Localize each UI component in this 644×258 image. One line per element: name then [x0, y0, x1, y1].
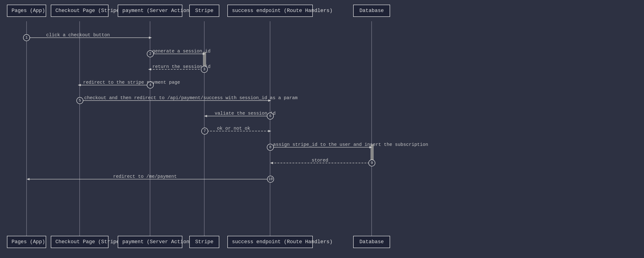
actor-payment-top: payment (Server Actions) — [118, 5, 182, 17]
diagram-container: Pages (App) Checkout Page (Stripe) payme… — [0, 0, 644, 258]
step-5-circle: 5 — [76, 97, 83, 104]
step-10-label: redirect to /me/payment — [113, 174, 177, 179]
step-5-label: checkout and then redirect to /api/payme… — [84, 95, 298, 100]
actor-success-top: success endpoint (Route Handlers) — [227, 5, 313, 17]
actor-checkout-bottom: Checkout Page (Stripe) — [51, 236, 108, 248]
svg-marker-27 — [26, 178, 30, 180]
actor-pages-top: Pages (App) — [7, 5, 46, 17]
actor-stripe-bottom: Stripe — [189, 236, 219, 248]
step-6-circle: 6 — [267, 112, 274, 119]
svg-marker-21 — [268, 130, 271, 132]
actor-pages-bottom: Pages (App) — [7, 236, 46, 248]
svg-marker-9 — [149, 37, 152, 39]
step-9-circle: 9 — [368, 160, 375, 167]
step-1-circle: 1 — [23, 34, 30, 41]
step-2-circle: 2 — [147, 50, 154, 57]
step-4-label: redirect to the stripe payment page — [83, 80, 180, 85]
step-10-circle: 10 — [267, 176, 274, 183]
step-4-circle: 4 — [147, 82, 154, 88]
step-6-label: valiate the session_id — [215, 111, 276, 116]
step-3-circle: 3 — [201, 66, 208, 73]
step-8-label: assign stripe_id to the user and insert … — [273, 142, 428, 147]
actor-database-top: Database — [353, 5, 390, 17]
step-7-circle: 7 — [201, 127, 208, 135]
actor-database-bottom: Database — [353, 236, 390, 248]
actor-stripe-top: Stripe — [189, 5, 219, 17]
step-2-label: generate a session id — [152, 49, 210, 54]
step-1-label: click a checkout button — [46, 32, 110, 38]
step-9-label: stored — [312, 158, 328, 163]
step-7-label: ok or not ok — [217, 126, 250, 131]
diagram-svg — [0, 0, 644, 258]
actor-payment-bottom: payment (Server Actions) — [118, 236, 182, 248]
actor-checkout-top: Checkout Page (Stripe) — [51, 5, 108, 17]
svg-marker-13 — [148, 68, 151, 70]
step-8-circle: 8 — [267, 144, 274, 151]
svg-marker-25 — [270, 162, 273, 164]
actor-success-bottom: success endpoint (Route Handlers) — [227, 236, 313, 248]
svg-marker-15 — [78, 84, 81, 86]
